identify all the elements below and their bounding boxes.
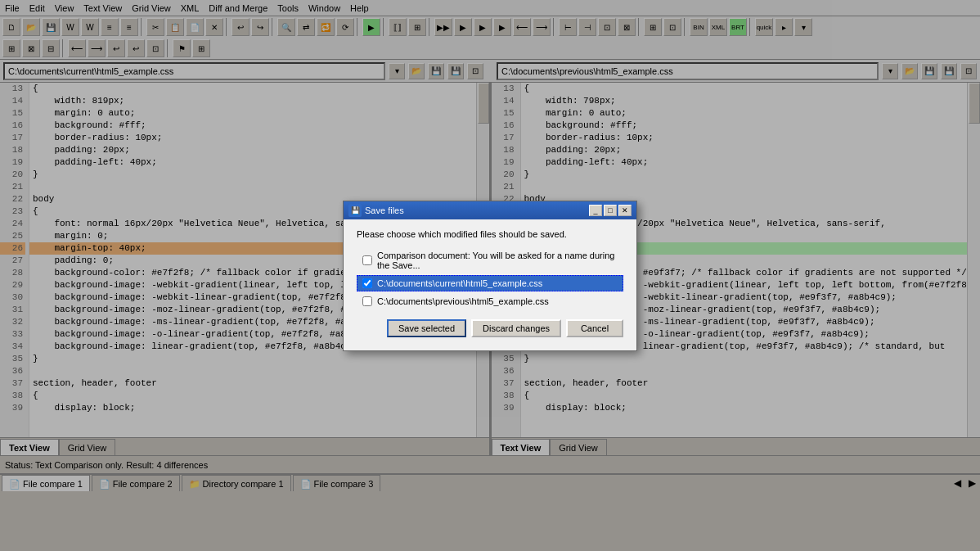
cancel-button[interactable]: Cancel <box>566 319 623 337</box>
checkbox-current-label: C:\documents\current\html5_example.css <box>377 278 542 288</box>
modal-buttons: Save selected Discard changes Cancel <box>357 319 623 337</box>
checkbox-comparison[interactable] <box>362 255 372 265</box>
save-selected-button[interactable]: Save selected <box>387 319 466 337</box>
modal-window-controls: _ □ ✕ <box>589 205 632 216</box>
file-checkbox-previous[interactable]: C:\documents\previous\html5_example.css <box>357 293 623 309</box>
save-files-dialog: 💾 Save files _ □ ✕ Please choose which m… <box>343 201 637 351</box>
checkbox-comparison-label: Comparison document: You will be asked f… <box>377 251 618 270</box>
file-checkbox-current[interactable]: C:\documents\current\html5_example.css <box>357 275 623 291</box>
modal-body: Please choose which modified files shoul… <box>344 219 636 350</box>
checkbox-current[interactable] <box>362 278 372 288</box>
modal-description: Please choose which modified files shoul… <box>357 229 623 239</box>
checkbox-previous[interactable] <box>362 296 372 306</box>
checkbox-previous-label: C:\documents\previous\html5_example.css <box>377 296 549 306</box>
modal-titlebar: 💾 Save files _ □ ✕ <box>344 201 636 219</box>
modal-minimize-button[interactable]: _ <box>589 205 602 216</box>
discard-changes-button[interactable]: Discard changes <box>471 319 561 337</box>
modal-title-text: Save files <box>365 205 404 215</box>
modal-overlay: 💾 Save files _ □ ✕ Please choose which m… <box>0 0 980 551</box>
file-checkbox-comparison[interactable]: Comparison document: You will be asked f… <box>357 247 623 273</box>
modal-title-icon: 💾 <box>348 204 362 217</box>
modal-restore-button[interactable]: □ <box>604 205 617 216</box>
modal-title: 💾 Save files <box>348 204 404 217</box>
modal-close-button[interactable]: ✕ <box>618 205 632 216</box>
